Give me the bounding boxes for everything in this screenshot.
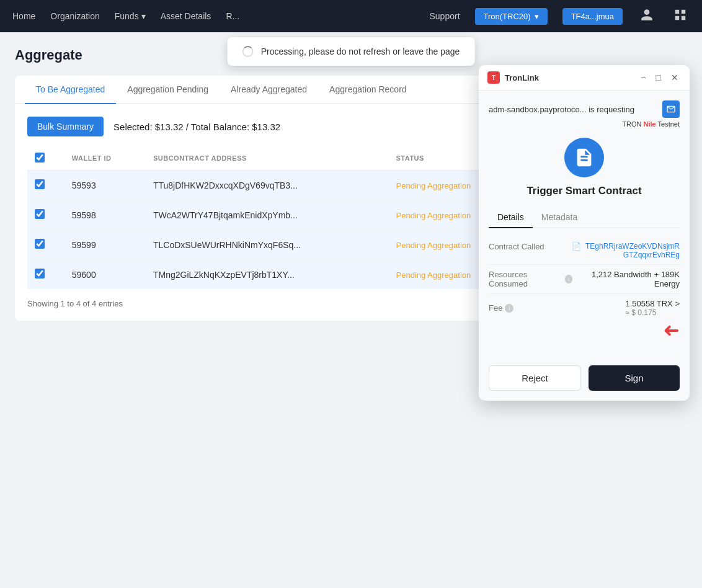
modal-actions: Reject Sign [479, 358, 690, 401]
fee-row: Fee i 1.50558 TRX > ≈ $ 0.175 [489, 294, 680, 322]
arrow-annotation: ➜ [489, 319, 680, 343]
address-button[interactable]: TF4a...jmua [562, 8, 623, 25]
subcontract-address-cell: TLCoDxSUeWUrRHNkiNmYxqF6Sq... [146, 230, 389, 260]
status-badge: Pending Aggregation [396, 211, 471, 220]
fee-usd: ≈ $ 0.175 [625, 308, 680, 317]
subcontract-address-cell: TMng2GiLZkNqKXzpEVTj8rbT1XY... [146, 260, 389, 290]
address-label: TF4a...jmua [571, 12, 614, 21]
tronlink-title: TronLink [505, 73, 633, 82]
user-icon[interactable] [638, 6, 656, 27]
nav-organization[interactable]: Organization [50, 11, 99, 21]
row-checkbox[interactable] [35, 209, 45, 219]
status-badge: Pending Aggregation [396, 181, 471, 190]
col-subcontract-address: SUBCONTRACT ADDRESS [146, 146, 389, 171]
contract-called-row: Contract Called 📄 TEghRRjraWZeoKVDNsjmRG… [489, 237, 680, 265]
request-icon [662, 100, 680, 118]
wallet-id-cell: 59600 [64, 260, 146, 290]
status-badge: Pending Aggregation [396, 241, 471, 250]
tab-details[interactable]: Details [489, 207, 533, 228]
tronlink-modal: T TronLink − □ ✕ adm-sandbox.payprotoco.… [479, 65, 690, 401]
spinner-icon [242, 46, 254, 57]
nav-funds[interactable]: Funds ▾ [115, 11, 146, 21]
tab-to-be-aggregated[interactable]: To Be Aggregated [25, 76, 116, 104]
red-arrow-icon: ➜ [663, 319, 680, 343]
wallet-label: Tron(TRC20) [484, 12, 531, 21]
resources-value: 1,212 Bandwidth + 189K Energy [572, 270, 680, 288]
chevron-down-icon: ▾ [535, 12, 539, 21]
row-checkbox[interactable] [35, 269, 45, 278]
resources-label: Resources Consumed i [489, 270, 572, 288]
sign-button[interactable]: Sign [589, 365, 680, 391]
modal-body: adm-sandbox.payprotoco... is requesting … [479, 91, 690, 358]
fee-value: 1.50558 TRX > ≈ $ 0.175 [625, 299, 680, 317]
fee-label: Fee i [489, 303, 569, 313]
nav-home[interactable]: Home [12, 11, 35, 21]
navbar: Home Organization Funds ▾ Asset Details … [0, 0, 702, 32]
detail-tabs: Details Metadata [489, 207, 680, 228]
fee-trx: 1.50558 TRX > [625, 299, 680, 308]
modal-controls: − □ ✕ [638, 71, 681, 84]
requesting-domain: adm-sandbox.payprotoco... is requesting [489, 105, 634, 114]
network-badge: TRON Nile Testnet [489, 120, 680, 128]
modal-titlebar: T TronLink − □ ✕ [479, 65, 690, 91]
select-all-checkbox[interactable] [35, 153, 45, 163]
tab-aggregation-pending[interactable]: Aggregation Pending [116, 76, 220, 104]
grid-icon[interactable] [671, 6, 690, 27]
wallet-id-cell: 59598 [64, 200, 146, 230]
info-icon: i [505, 304, 513, 313]
contract-doc-icon: 📄 [572, 242, 581, 251]
contract-address-value: 📄 TEghRRjraWZeoKVDNsjmRGTZqqxrEvhREg [569, 242, 680, 259]
wallet-id-cell: 59593 [64, 171, 146, 200]
subcontract-address-cell: TTu8jDfHKW2DxxcqXDgV69vqTB3... [146, 171, 389, 200]
chevron-down-icon: ▾ [141, 11, 146, 21]
nav-r[interactable]: R... [226, 11, 239, 21]
tab-already-aggregated[interactable]: Already Aggregated [220, 76, 318, 104]
resources-row: Resources Consumed i 1,212 Bandwidth + 1… [489, 265, 680, 294]
tab-metadata[interactable]: Metadata [533, 207, 586, 228]
row-checkbox[interactable] [35, 179, 45, 189]
reject-button[interactable]: Reject [489, 365, 581, 391]
selected-info: Selected: $13.32 / Total Balance: $13.32 [113, 122, 541, 132]
row-checkbox[interactable] [35, 239, 45, 249]
processing-toast: Processing, please do not refresh or lea… [228, 37, 475, 66]
wallet-selector-button[interactable]: Tron(TRC20) ▾ [475, 8, 548, 25]
trigger-contract-title: Trigger Smart Contract [489, 185, 680, 197]
maximize-button[interactable]: □ [654, 71, 664, 84]
bulk-summary-button[interactable]: Bulk Summary [27, 117, 104, 136]
tronlink-logo: T [487, 71, 500, 84]
minimize-button[interactable]: − [638, 71, 648, 84]
requesting-row: adm-sandbox.payprotoco... is requesting [489, 100, 680, 118]
subcontract-address-cell: TWcA2WTrY47BjtqamkEnidXpYmb... [146, 200, 389, 230]
tab-aggregation-record[interactable]: Aggregation Record [318, 76, 418, 104]
nav-asset-details[interactable]: Asset Details [161, 11, 211, 21]
toast-message: Processing, please do not refresh or lea… [261, 47, 460, 56]
col-wallet-id: WALLET ID [64, 146, 146, 171]
close-button[interactable]: ✕ [669, 71, 681, 84]
info-icon: i [565, 275, 573, 283]
status-badge: Pending Aggregation [396, 270, 471, 280]
contract-icon [564, 138, 604, 177]
contract-called-label: Contract Called [489, 242, 569, 251]
nav-support[interactable]: Support [430, 11, 460, 21]
wallet-id-cell: 59599 [64, 230, 146, 260]
